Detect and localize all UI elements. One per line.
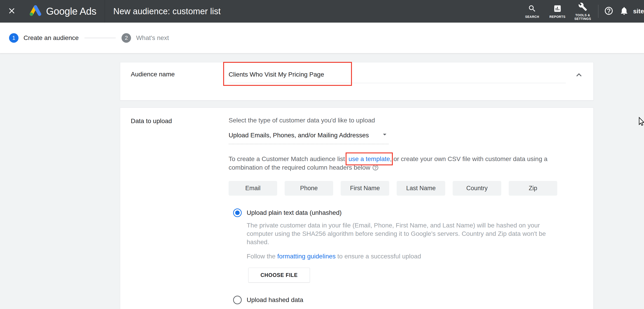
formatting-guidelines-line: Follow the formatting guidelines to ensu…	[247, 253, 421, 260]
audience-name-input[interactable]: Clients Who Visit My Pricing Page	[228, 62, 566, 83]
account-name[interactable]: site	[633, 8, 644, 15]
radio-unselected-icon	[233, 296, 242, 304]
notifications-button[interactable]	[616, 4, 632, 19]
audience-name-card: Audience name Clients Who Visit My Prici…	[120, 62, 594, 100]
data-upload-card: Data to upload Select the type of custom…	[120, 108, 594, 309]
radio-plain-label: Upload plain text data (unhashed)	[247, 209, 342, 216]
data-to-upload-label: Data to upload	[131, 118, 172, 125]
audience-name-label: Audience name	[131, 71, 175, 78]
choose-file-button[interactable]: CHOOSE FILE	[248, 268, 310, 282]
step-1-badge: 1	[9, 33, 18, 43]
app-name: Google Ads	[46, 6, 96, 17]
reports-icon	[553, 4, 562, 14]
help-icon	[604, 6, 614, 16]
nav-tools-settings[interactable]: TOOLS & SETTINGS	[570, 2, 596, 20]
nav-reports-label: REPORTS	[549, 15, 566, 18]
google-ads-logo-icon	[28, 4, 42, 18]
use-template-link[interactable]: use a template	[348, 156, 390, 162]
follow-text-pre: Follow the	[247, 253, 277, 260]
stepper: 1 Create an audience 2 What's next	[0, 22, 644, 53]
chip-email: Email	[228, 181, 277, 196]
search-icon	[528, 4, 536, 14]
radio-selected-icon	[233, 208, 242, 217]
radio-hashed-label: Upload hashed data	[247, 296, 303, 304]
template-instructions: To create a Customer Match audience list…	[228, 155, 574, 173]
page-content: Audience name Clients Who Visit My Prici…	[0, 62, 644, 309]
nav-search[interactable]: SEARCH	[520, 4, 545, 18]
follow-text-post: to ensure a successful upload	[336, 253, 421, 260]
hashing-description: The private customer data in your file (…	[247, 221, 565, 246]
formatting-guidelines-link[interactable]: formatting guidelines	[277, 253, 336, 260]
data-type-heading: Select the type of customer data you'd l…	[228, 117, 375, 124]
nav-reports[interactable]: REPORTS	[545, 4, 570, 18]
step-whats-next[interactable]: 2 What's next	[122, 33, 169, 43]
column-header-chips: Email Phone First Name Last Name Country…	[228, 181, 557, 196]
step-create-audience[interactable]: 1 Create an audience	[9, 33, 78, 43]
google-ads-logo[interactable]: Google Ads	[28, 4, 96, 18]
annotation-box-use-template: use a template	[348, 156, 390, 162]
help-button[interactable]	[601, 4, 616, 19]
close-button[interactable]	[6, 5, 18, 18]
data-type-dropdown-value: Upload Emails, Phones, and/or Mailing Ad…	[228, 132, 369, 139]
collapse-section-button[interactable]	[573, 70, 585, 81]
chip-country: Country	[453, 181, 501, 196]
step-connector	[84, 38, 116, 38]
radio-dot	[235, 210, 240, 215]
page-title: New audience: customer list	[114, 6, 221, 16]
tools-icon	[578, 2, 587, 12]
data-type-dropdown[interactable]: Upload Emails, Phones, and/or Mailing Ad…	[228, 130, 389, 144]
dropdown-arrow-icon	[380, 130, 389, 140]
step-2-label: What's next	[136, 34, 169, 42]
nav-search-label: SEARCH	[525, 15, 539, 18]
chip-phone: Phone	[284, 181, 333, 196]
step-1-label: Create an audience	[24, 34, 78, 42]
radio-upload-hashed[interactable]: Upload hashed data	[233, 296, 303, 304]
chevron-up-icon	[574, 70, 584, 81]
template-text-pre: To create a Customer Match audience list…	[228, 156, 348, 162]
nav-tools-label: TOOLS & SETTINGS	[570, 13, 596, 20]
chip-last-name: Last Name	[397, 181, 445, 196]
bell-icon	[620, 6, 629, 16]
header-divider	[104, 0, 105, 22]
radio-upload-plain-text[interactable]: Upload plain text data (unhashed)	[233, 208, 342, 217]
help-circle-icon[interactable]	[372, 164, 379, 173]
close-icon	[7, 6, 16, 16]
chip-first-name: First Name	[341, 181, 389, 196]
step-2-badge: 2	[122, 33, 131, 43]
app-header: Google Ads New audience: customer list S…	[0, 0, 644, 22]
chip-zip: Zip	[509, 181, 557, 196]
